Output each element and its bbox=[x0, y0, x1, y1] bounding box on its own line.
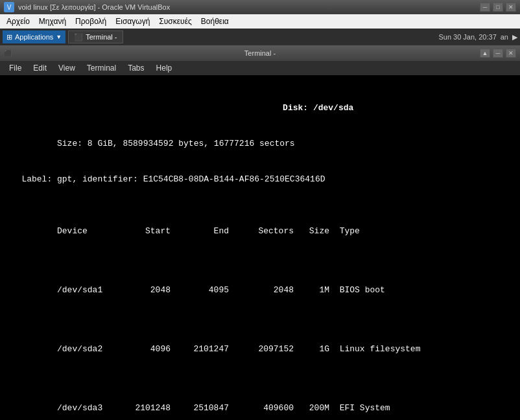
disk-size-line: Size: 8 GiB, 8589934592 bytes, 16777216 … bbox=[6, 138, 514, 150]
taskbar-scroll-icon: ▶ bbox=[512, 33, 517, 41]
terminal-menu-file[interactable]: File bbox=[4, 62, 27, 74]
terminal-taskbar-icon: ⬛ bbox=[74, 33, 83, 41]
applications-label: Applications bbox=[15, 33, 53, 41]
menu-help[interactable]: Βοήθεια bbox=[197, 16, 233, 27]
taskbar-datetime: Sun 30 Jan, 20:37 bbox=[438, 33, 496, 41]
table-row: /dev/sda321012482510847409600200M EFI Sy… bbox=[6, 391, 514, 420]
terminal-menu-edit[interactable]: Edit bbox=[28, 62, 52, 74]
terminal-taskbar-item[interactable]: ⬛ Terminal - bbox=[68, 30, 123, 43]
menu-file[interactable]: Αρχείο bbox=[3, 16, 34, 27]
menu-machine[interactable]: Μηχανή bbox=[35, 16, 70, 27]
terminal-title-icon: ⬛ bbox=[4, 50, 12, 57]
table-row: /dev/sda24096210124720971521G Linux file… bbox=[6, 332, 514, 368]
menu-devices[interactable]: Συσκευές bbox=[155, 16, 195, 27]
terminal-minimize-btn[interactable]: ▲ bbox=[480, 49, 490, 58]
terminal-wrapper: ⬛ Terminal - ▲ ─ ✕ File Edit View Termin… bbox=[0, 45, 520, 420]
maximize-button[interactable]: □ bbox=[493, 3, 503, 12]
terminal-menu-tabs[interactable]: Tabs bbox=[123, 62, 149, 74]
minimize-button[interactable]: ─ bbox=[480, 3, 490, 12]
terminal-content-area[interactable]: Disk: /dev/sda Size: 8 GiB, 8589934592 b… bbox=[0, 75, 520, 420]
window-title: void linux [Σε λειτουργία] - Oracle VM V… bbox=[18, 3, 170, 11]
applications-menu[interactable]: ⊞ Applications ▼ bbox=[3, 30, 65, 43]
terminal-menu-view[interactable]: View bbox=[53, 62, 80, 74]
table-header-row: DeviceStartEndSectorsSize Type bbox=[6, 214, 514, 250]
main-area: ⬛ Terminal - ▲ ─ ✕ File Edit View Termin… bbox=[0, 45, 520, 402]
disk-label: Disk: /dev/sda bbox=[6, 102, 514, 114]
vbox-menu-bar: Αρχείο Μηχανή Προβολή Εισαγωγή Συσκευές … bbox=[0, 14, 520, 29]
apps-icon: ⊞ bbox=[6, 33, 12, 41]
menu-input[interactable]: Εισαγωγή bbox=[112, 16, 154, 27]
terminal-maximize-btn[interactable]: ─ bbox=[493, 49, 503, 58]
terminal-output: Disk: /dev/sda Size: 8 GiB, 8589934592 b… bbox=[0, 75, 520, 420]
menu-view[interactable]: Προβολή bbox=[71, 16, 110, 27]
taskbar-extra: an bbox=[501, 33, 508, 41]
terminal-title-bar: ⬛ Terminal - ▲ ─ ✕ bbox=[0, 45, 520, 61]
terminal-menu-bar: File Edit View Terminal Tabs Help bbox=[0, 61, 520, 75]
terminal-close-btn[interactable]: ✕ bbox=[506, 49, 516, 58]
table-row: /dev/sda12048409520481M BIOS boot bbox=[6, 273, 514, 309]
terminal-taskbar-label: Terminal - bbox=[86, 33, 117, 41]
virtualbox-icon: V bbox=[4, 2, 14, 12]
virtualbox-title-bar: V void linux [Σε λειτουργία] - Oracle VM… bbox=[0, 0, 520, 14]
disk-label-line: Label: gpt, identifier: E1C54CB8-08DA-B1… bbox=[6, 174, 514, 185]
close-button[interactable]: ✕ bbox=[506, 3, 516, 12]
terminal-menu-help[interactable]: Help bbox=[151, 62, 178, 74]
apps-dropdown-icon: ▼ bbox=[56, 34, 62, 40]
terminal-menu-terminal[interactable]: Terminal bbox=[82, 62, 121, 74]
guest-taskbar: ⊞ Applications ▼ ⬛ Terminal - Sun 30 Jan… bbox=[0, 29, 520, 45]
terminal-title: Terminal - bbox=[244, 49, 276, 57]
taskbar-right-area: Sun 30 Jan, 20:37 an ▶ bbox=[438, 33, 517, 41]
